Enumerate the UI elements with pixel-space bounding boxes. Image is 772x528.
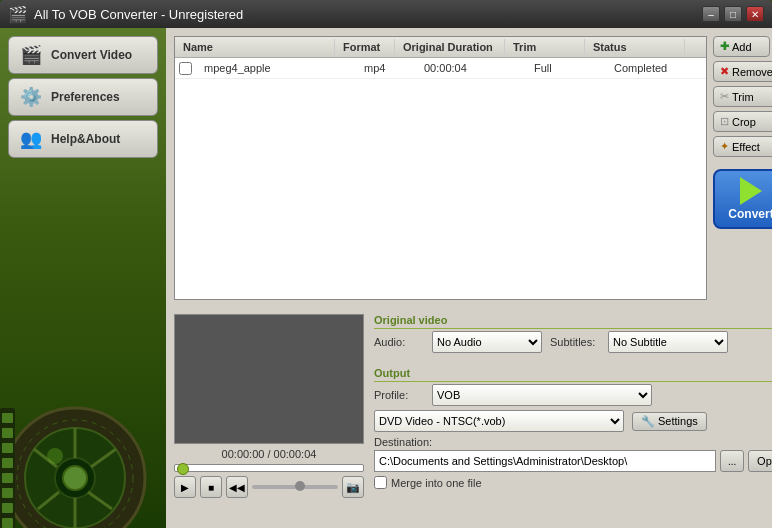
svg-rect-14 [2,458,13,468]
header-status[interactable]: Status [585,39,685,55]
subtitle-select[interactable]: No Subtitle [608,331,728,353]
svg-rect-18 [2,518,13,528]
effect-label: Effect [732,141,760,153]
header-name[interactable]: Name [175,39,335,55]
progress-thumb[interactable] [177,463,189,475]
profile-row: Profile: VOB [374,384,772,406]
settings-btn-label: Settings [658,415,698,427]
svg-rect-16 [2,488,13,498]
preferences-button[interactable]: ⚙️ Preferences [8,78,158,116]
play-button[interactable]: ▶ [174,476,196,498]
help-icon: 👥 [17,125,45,153]
video-time: 00:00:00 / 00:00:04 [174,448,364,460]
video-preview: 00:00:00 / 00:00:04 ▶ ■ ◀◀ 📷 [174,314,364,522]
output-label: Output [374,367,772,382]
sidebar: 🎬 Convert Video ⚙️ Preferences 👥 Help&Ab… [0,28,166,528]
header-trim[interactable]: Trim [505,39,585,55]
effect-button[interactable]: ✦ Effect [713,136,772,157]
add-row: ✚ Add ... [713,36,772,57]
convert-video-label: Convert Video [51,48,132,62]
title-bar: 🎬 All To VOB Converter - Unregistered – … [0,0,772,28]
row-checkbox[interactable] [179,62,192,75]
screenshot-button[interactable]: 📷 [342,476,364,498]
header-duration[interactable]: Original Duration [395,39,505,55]
video-screen [174,314,364,444]
header-format[interactable]: Format [335,39,395,55]
original-video-section: Original video Audio: No Audio Subtitles… [374,314,772,357]
merge-label: Merge into one file [391,477,482,489]
file-list-container: Name Format Original Duration Trim Statu… [166,28,772,308]
cell-status: Completed [606,60,706,76]
settings-icon: 🔧 [641,415,655,428]
film-reel-decoration [0,328,170,528]
app-title: All To VOB Converter - Unregistered [34,7,243,22]
close-button[interactable]: ✕ [746,6,764,22]
trim-button[interactable]: ✂ Trim [713,86,772,107]
help-about-label: Help&About [51,132,120,146]
stop-button[interactable]: ■ [200,476,222,498]
add-button[interactable]: ✚ Add [713,36,770,57]
original-video-label: Original video [374,314,772,329]
main-window: 🎬 Convert Video ⚙️ Preferences 👥 Help&Ab… [0,28,772,528]
svg-rect-17 [2,503,13,513]
title-bar-left: 🎬 All To VOB Converter - Unregistered [8,5,243,24]
destination-label: Destination: [374,436,434,448]
remove-icon: ✖ [720,65,729,78]
svg-point-3 [63,466,87,490]
preferences-icon: ⚙️ [17,83,45,111]
convert-button[interactable]: Convert [713,169,772,229]
remove-label: Remove [732,66,772,78]
svg-point-20 [47,448,63,464]
effect-icon: ✦ [720,140,729,153]
cell-name: mpeg4_apple [196,60,356,76]
rewind-button[interactable]: ◀◀ [226,476,248,498]
remove-button[interactable]: ✖ Remove [713,61,772,82]
volume-thumb[interactable] [295,481,305,491]
convert-label: Convert [728,207,772,221]
merge-row: Merge into one file [374,476,772,489]
trim-label: Trim [732,91,754,103]
camera-icon: 📷 [346,481,360,494]
cell-format: mp4 [356,60,416,76]
crop-button[interactable]: ⊡ Crop [713,111,772,132]
add-label: Add [732,41,752,53]
svg-rect-13 [2,443,13,453]
crop-label: Crop [732,116,756,128]
audio-select[interactable]: No Audio [432,331,542,353]
trim-icon: ✂ [720,90,729,103]
title-bar-controls: – □ ✕ [702,6,764,22]
file-list: Name Format Original Duration Trim Statu… [174,36,707,300]
minimize-button[interactable]: – [702,6,720,22]
svg-rect-11 [2,413,13,423]
cell-duration: 00:00:04 [416,60,526,76]
play-icon [740,177,762,205]
settings-panel: Original video Audio: No Audio Subtitles… [374,314,772,522]
svg-rect-15 [2,473,13,483]
add-icon: ✚ [720,40,729,53]
browse-button[interactable]: ... [720,450,744,472]
help-about-button[interactable]: 👥 Help&About [8,120,158,158]
video-controls: ▶ ■ ◀◀ 📷 [174,476,364,498]
merge-checkbox[interactable] [374,476,387,489]
volume-slider[interactable] [252,485,338,489]
preferences-label: Preferences [51,90,120,104]
destination-input-row: ... Open [374,450,772,472]
table-row[interactable]: mpeg4_apple mp4 00:00:04 Full Completed [175,58,706,79]
destination-row: Destination: [374,436,772,448]
profile-select[interactable]: VOB [432,384,652,406]
svg-rect-12 [2,428,13,438]
cell-trim: Full [526,60,606,76]
destination-input[interactable] [374,450,716,472]
open-button[interactable]: Open [748,450,772,472]
audio-row: Audio: No Audio Subtitles: No Subtitle [374,331,772,353]
app-icon: 🎬 [8,5,28,24]
maximize-button[interactable]: □ [724,6,742,22]
video-progress-bar[interactable] [174,464,364,472]
format-row: DVD Video - NTSC(*.vob) 🔧 Settings [374,410,772,432]
format-select[interactable]: DVD Video - NTSC(*.vob) [374,410,624,432]
action-buttons-panel: ✚ Add ... ✖ Remove ✂ Trim ⊡ Crop [713,36,772,300]
convert-video-button[interactable]: 🎬 Convert Video [8,36,158,74]
settings-button[interactable]: 🔧 Settings [632,412,707,431]
subtitles-label: Subtitles: [550,336,600,348]
crop-icon: ⊡ [720,115,729,128]
